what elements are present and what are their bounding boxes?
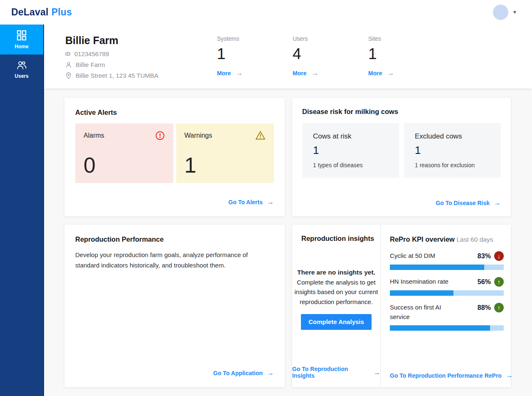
stat-users: Users 4 More → <box>293 35 355 77</box>
stat-label: Users <box>293 35 355 42</box>
card-title: Active Alerts <box>75 109 274 116</box>
app-logo: DeLaval Plus <box>11 7 72 18</box>
insights-empty-title: There are no insights yet. <box>292 267 380 277</box>
warnings-label: Warnings <box>185 132 212 139</box>
stat-value: 1 <box>368 45 431 63</box>
top-bar: DeLaval Plus ▼ <box>0 0 532 25</box>
arrow-right-icon: → <box>506 372 513 379</box>
trend-icon <box>494 303 504 312</box>
card-title: Reproduction Performance <box>75 235 274 243</box>
brand-secondary: Plus <box>52 7 72 18</box>
brand-primary: DeLaval <box>11 7 49 18</box>
go-to-reproduction-performance-repro-link[interactable]: Go To Reproduction Performance RePro → <box>390 372 513 379</box>
person-icon <box>65 62 72 68</box>
trend-icon <box>494 251 504 261</box>
more-users-link[interactable]: More → <box>293 69 355 77</box>
reproduction-performance-card: Reproduction Performance Develop your re… <box>64 225 285 387</box>
go-to-reproduction-insights-link[interactable]: Go To Reproduction Insights → <box>292 366 380 379</box>
farm-owner-row: Billie Farm <box>65 61 158 68</box>
alarms-label: Alarms <box>84 132 104 139</box>
id-label: ID <box>65 51 71 57</box>
alert-tiles: Alarms 0 Warnings <box>75 124 274 183</box>
arrow-right-icon: → <box>311 69 318 77</box>
main-content: Active Alerts Alarms 0 Warnings <box>44 89 532 396</box>
stat-label: Systems <box>217 35 279 42</box>
sidebar: Home Users <box>0 25 44 396</box>
users-icon <box>16 60 27 70</box>
arrow-right-icon: → <box>236 69 243 77</box>
go-to-alerts-link[interactable]: Go To Alerts → <box>229 198 274 205</box>
kpi-value: 56% <box>478 278 491 286</box>
reproduction-insights-card: Reproduction insights There are no insig… <box>292 225 511 387</box>
kpi-cyclic-at-50-dim: Cyclic at 50 DIM 83% <box>390 251 504 270</box>
farm-address: Billie Street 1, 123 45 TUMBA <box>76 72 158 79</box>
alarms-tile: Alarms 0 <box>75 124 173 183</box>
farm-header: Billie Farm ID 0123456789 Billie Farm Bi… <box>44 25 532 89</box>
warning-icon <box>255 131 266 140</box>
kpi-success-on-first-ai-service: Success on first AI service 88% <box>390 303 504 331</box>
dashboard-icon <box>16 30 27 41</box>
complete-analysis-button[interactable]: Complete Analysis <box>301 314 372 330</box>
insights-empty-state: There are no insights yet. Complete the … <box>292 267 380 307</box>
caret-down-icon[interactable]: ▼ <box>512 10 517 15</box>
location-pin-icon <box>65 72 72 79</box>
stat-label: Sites <box>368 35 431 42</box>
kpi-value: 83% <box>478 252 491 260</box>
go-to-application-link[interactable]: Go To Application → <box>213 369 274 376</box>
kpi-progress-bar <box>390 290 504 296</box>
more-systems-link[interactable]: More → <box>217 69 279 77</box>
stat-value: 1 <box>217 45 279 63</box>
kpi-progress-bar <box>390 265 504 270</box>
arrow-right-icon: → <box>494 199 501 206</box>
stat-value: 4 <box>293 45 355 63</box>
farm-id-value: 0123456789 <box>74 50 109 57</box>
kpi-title: RePro KPI overview <box>390 235 455 243</box>
excluded-cows-count: 1 <box>415 144 490 157</box>
card-title: Reproduction insights <box>301 235 380 243</box>
active-alerts-card: Active Alerts Alarms 0 Warnings <box>64 98 285 216</box>
kpi-subtitle: Last 60 days <box>457 236 493 243</box>
warnings-tile: Warnings 1 <box>176 124 274 183</box>
trend-icon <box>494 277 504 287</box>
arrow-right-icon: → <box>373 369 380 376</box>
farm-id-row: ID 0123456789 <box>65 50 158 57</box>
cows-at-risk-tile: Cows at risk 1 1 types of diseases <box>302 123 399 178</box>
alarms-count: 0 <box>84 154 165 176</box>
disease-tiles: Cows at risk 1 1 types of diseases Exclu… <box>302 123 501 178</box>
arrow-right-icon: → <box>267 369 274 376</box>
kpi-progress-bar <box>390 325 504 331</box>
sidebar-item-users[interactable]: Users <box>0 54 43 84</box>
sidebar-item-label: Users <box>15 73 28 79</box>
excluded-cows-tile: Excluded cows 1 1 reasons for exclusion <box>404 123 501 178</box>
kpi-value: 88% <box>478 304 491 312</box>
card-title: Disease risk for milking cows <box>302 108 501 116</box>
sidebar-item-home[interactable]: Home <box>0 25 43 54</box>
arrow-right-icon: → <box>387 69 394 77</box>
arrow-right-icon: → <box>267 198 274 205</box>
more-sites-link[interactable]: More → <box>368 69 431 77</box>
account-menu[interactable]: ▼ <box>493 5 517 20</box>
kpi-title-row: RePro KPI overview Last 60 days <box>390 235 504 244</box>
avatar[interactable] <box>493 5 508 20</box>
farm-name: Billie Farm <box>65 35 158 47</box>
farm-owner: Billie Farm <box>76 61 105 68</box>
insights-empty-body: Complete the analysis to get insights ba… <box>295 279 378 305</box>
farm-info: Billie Farm ID 0123456789 Billie Farm Bi… <box>65 35 158 79</box>
stat-sites: Sites 1 More → <box>368 35 431 77</box>
go-to-disease-risk-link[interactable]: Go To Disease Risk → <box>436 199 501 206</box>
kpi-hn-insemination-rate: HN Insemination rate 56% <box>390 277 504 296</box>
cows-at-risk-count: 1 <box>313 144 388 157</box>
disease-risk-card: Disease risk for milking cows Cows at ri… <box>292 98 511 216</box>
farm-address-row: Billie Street 1, 123 45 TUMBA <box>65 72 158 79</box>
alarm-icon <box>155 131 165 141</box>
card-description: Develop your reproduction farm goals, an… <box>75 250 270 271</box>
stat-systems: Systems 1 More → <box>217 35 279 77</box>
repro-kpi-column: RePro KPI overview Last 60 days Cyclic a… <box>380 225 513 387</box>
warnings-count: 1 <box>185 154 266 176</box>
insights-column: Reproduction insights There are no insig… <box>292 225 380 387</box>
sidebar-item-label: Home <box>15 44 28 50</box>
